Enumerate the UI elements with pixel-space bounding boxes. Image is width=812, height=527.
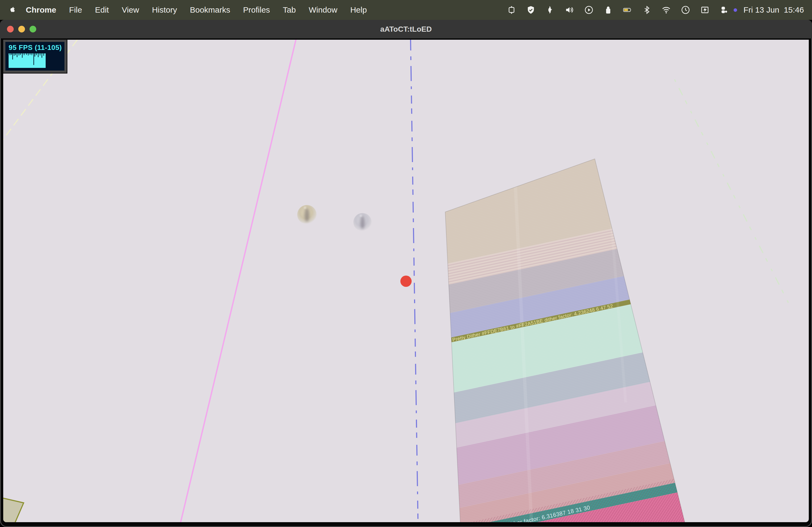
right-eye-sphere bbox=[353, 213, 372, 231]
3d-box-icon[interactable] bbox=[506, 5, 517, 15]
menu-item-bookmarks[interactable]: Bookmarks bbox=[184, 5, 236, 14]
fps-label: 95 FPS (11-105) bbox=[9, 44, 62, 52]
dither-structure: Pretty Dither #FFDE7B61 to #FF2A51BE dit… bbox=[344, 84, 809, 522]
menu-item-file[interactable]: File bbox=[62, 5, 88, 14]
menubar-clock[interactable]: Fri 13 Jun 15:46 bbox=[743, 5, 804, 15]
menu-item-tab[interactable]: Tab bbox=[276, 5, 302, 14]
wifi-icon[interactable] bbox=[661, 5, 671, 15]
webgl-canvas[interactable]: Pretty Dither #FFDE7B61 to #FF2A51BE dit… bbox=[3, 40, 809, 522]
play-circle-icon[interactable] bbox=[584, 5, 594, 15]
menu-item-help[interactable]: Help bbox=[344, 5, 373, 14]
corner-khaki-quad bbox=[3, 498, 24, 522]
window-body: Pretty Dither #FFDE7B61 to #FF2A51BE dit… bbox=[0, 39, 812, 527]
fps-stats-panel[interactable]: 95 FPS (11-105) bbox=[3, 40, 67, 73]
left-eye-sphere bbox=[297, 205, 317, 224]
menu-item-window[interactable]: Window bbox=[302, 5, 344, 14]
status-icons bbox=[506, 5, 737, 15]
fps-graph bbox=[9, 54, 46, 68]
volume-icon[interactable] bbox=[564, 5, 575, 15]
scene: Pretty Dither #FFDE7B61 to #FF2A51BE dit… bbox=[3, 40, 809, 522]
shield-check-icon[interactable] bbox=[526, 5, 536, 15]
user-switch-icon[interactable] bbox=[719, 5, 729, 15]
screen-lightning-icon[interactable] bbox=[700, 5, 710, 15]
map-pin-icon[interactable] bbox=[603, 5, 613, 15]
recording-indicator-dot bbox=[734, 8, 737, 12]
cursor-red-dot bbox=[400, 275, 412, 287]
apple-logo-icon[interactable] bbox=[9, 6, 17, 14]
window-title: aAToCT:tLoED bbox=[0, 25, 812, 33]
menu-item-edit[interactable]: Edit bbox=[89, 5, 115, 14]
magenta-line bbox=[179, 40, 296, 522]
menu-items: ChromeFileEditViewHistoryBookmarksProfil… bbox=[24, 5, 373, 15]
menu-item-view[interactable]: View bbox=[115, 5, 145, 14]
clock-icon[interactable] bbox=[680, 5, 691, 15]
blue-dashed-line bbox=[410, 40, 418, 522]
swirl-icon[interactable] bbox=[545, 5, 555, 15]
menubar: ChromeFileEditViewHistoryBookmarksProfil… bbox=[0, 0, 812, 20]
bluetooth-icon[interactable] bbox=[642, 5, 652, 15]
window-titlebar[interactable]: aAToCT:tLoED bbox=[0, 20, 812, 39]
menu-item-chrome[interactable]: Chrome bbox=[24, 5, 62, 14]
green-dashed-line bbox=[675, 79, 790, 306]
chrome-window: aAToCT:tLoED bbox=[0, 20, 812, 527]
battery-icon[interactable] bbox=[622, 5, 633, 15]
menu-item-history[interactable]: History bbox=[146, 5, 184, 14]
guide-lines bbox=[3, 40, 790, 522]
menu-item-profiles[interactable]: Profiles bbox=[236, 5, 276, 14]
